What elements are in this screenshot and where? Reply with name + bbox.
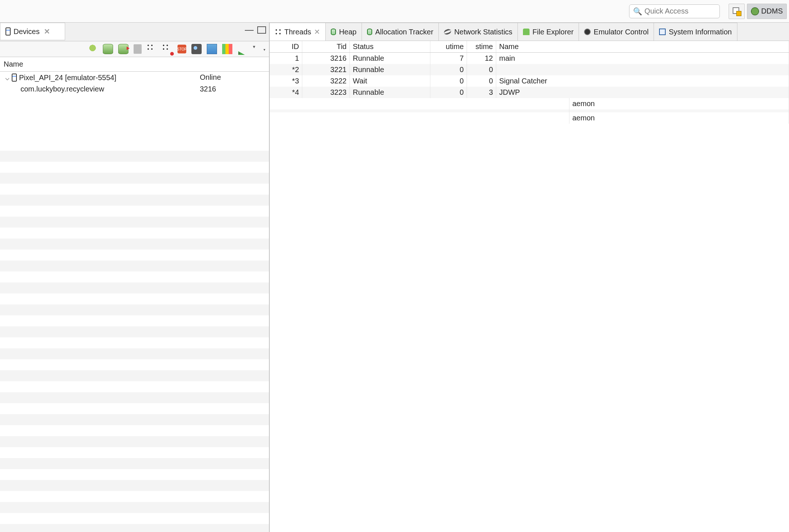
ddms-icon (751, 7, 759, 15)
view-menu-icon[interactable]: ▾ (253, 44, 263, 54)
process-row[interactable]: com.luckyboy.recycleview 3216 (0, 83, 269, 95)
quick-access-box[interactable]: 🔍 (629, 4, 720, 18)
debug-icon[interactable] (87, 44, 98, 54)
cell-name: main (496, 53, 789, 64)
tab-network-label: Network Statistics (454, 28, 512, 36)
col-id[interactable]: ID (269, 41, 302, 52)
cell-status: Runnable (350, 87, 430, 98)
tab-system-info[interactable]: System Information (654, 23, 737, 41)
blank-fill (0, 140, 269, 532)
close-icon[interactable]: ✕ (314, 27, 320, 36)
cell-status: Wait (350, 75, 430, 87)
thread-table: ID Tid Status utime stime Name 13216Runn… (269, 41, 789, 532)
tab-network[interactable]: Network Statistics (438, 23, 518, 41)
allocation-icon (367, 29, 372, 35)
device-row[interactable]: ⌵ Pixel_API_24 [emulator-5554] Online (0, 72, 269, 83)
tab-devices[interactable]: Devices ✕ (0, 23, 65, 40)
cell-status: Runnable (350, 53, 430, 64)
col-name[interactable]: Name (496, 41, 789, 52)
device-label: Pixel_API_24 [emulator-5554] (19, 74, 116, 82)
tab-sysinfo-label: System Information (669, 28, 732, 36)
close-icon[interactable]: ✕ (44, 27, 50, 36)
right-column: Threads ✕ Heap Allocation Tracker Networ… (269, 23, 789, 532)
tab-heap[interactable]: Heap (325, 23, 362, 41)
table-row[interactable] (269, 109, 789, 112)
search-icon: 🔍 (633, 7, 642, 16)
android-icon (523, 29, 530, 35)
cell-utime: 7 (430, 53, 467, 64)
cell-utime: 0 (430, 64, 467, 75)
quick-access-input[interactable] (644, 7, 716, 15)
window-icon (659, 29, 666, 35)
tab-heap-label: Heap (339, 28, 356, 36)
cell-stime: 3 (467, 87, 496, 98)
table-row[interactable]: *43223Runnable03JDWP (269, 87, 789, 98)
perspective-open-icon (733, 7, 741, 15)
device-status: Online (198, 73, 269, 82)
network-icon (443, 28, 452, 35)
cell-id: *4 (269, 87, 302, 98)
cell-utime: 0 (430, 87, 467, 98)
cell-stime: 0 (467, 75, 496, 87)
perspective-ddms[interactable]: DDMS (747, 4, 787, 19)
cell-utime: 0 (430, 75, 467, 87)
cause-gc-icon[interactable] (134, 44, 142, 54)
top-toolbar: 🔍 DDMS (0, 0, 789, 23)
phone-icon (5, 27, 11, 35)
cell-id: *2 (269, 64, 302, 75)
cell-name: aemon (569, 112, 789, 124)
maximize-icon[interactable] (257, 26, 266, 34)
heap-icon (331, 29, 336, 35)
dump-hprof-icon[interactable] (118, 44, 128, 54)
cell-name (496, 64, 789, 75)
chevron-down-icon[interactable]: ⌵ (5, 73, 10, 82)
table-row[interactable]: 13216Runnable712main (269, 53, 789, 64)
cell-id: 1 (269, 53, 302, 64)
table-row[interactable]: *33222Wait00Signal Catcher (269, 75, 789, 87)
stop-icon[interactable]: STOP (177, 45, 186, 53)
tab-allocation[interactable]: Allocation Tracker (362, 23, 439, 41)
vertical-splitter[interactable] (269, 23, 270, 532)
systrace-icon[interactable] (222, 44, 232, 54)
cell-stime: 0 (467, 64, 496, 75)
cell-name: aemon (569, 98, 789, 109)
update-threads-icon[interactable] (147, 44, 157, 54)
main-area: Devices ✕ STOP ▾ Name (0, 23, 789, 532)
update-heap-icon[interactable] (103, 44, 113, 54)
table-row[interactable]: aemon (269, 98, 789, 109)
devices-tabbar: Devices ✕ (0, 23, 269, 41)
phone-icon (12, 74, 17, 82)
minimize-icon[interactable] (245, 26, 254, 31)
perspective-ddms-label: DDMS (761, 7, 783, 15)
table-row[interactable]: *23221Runnable00 (269, 64, 789, 75)
process-label: com.luckyboy.recycleview (20, 85, 104, 93)
tab-file-explorer[interactable]: File Explorer (517, 23, 579, 41)
open-perspective-button[interactable] (729, 4, 745, 19)
view-controls (245, 26, 266, 34)
table-row[interactable]: aemon (269, 112, 789, 124)
col-stime[interactable]: stime (467, 41, 496, 52)
cell-id: *3 (269, 75, 302, 87)
col-utime[interactable]: utime (430, 41, 467, 52)
cell-name: Signal Catcher (496, 75, 789, 87)
cell-tid: 3222 (302, 75, 350, 87)
col-tid[interactable]: Tid (302, 41, 350, 52)
col-name[interactable]: Name (0, 57, 198, 71)
process-pid: 3216 (198, 85, 269, 93)
cell-name: JDWP (496, 87, 789, 98)
left-column: Devices ✕ STOP ▾ Name (0, 23, 269, 532)
col-status[interactable]: Status (350, 41, 430, 52)
tab-emulator[interactable]: Emulator Control (579, 23, 654, 41)
tab-threads[interactable]: Threads ✕ (269, 23, 326, 41)
cell-tid: 3216 (302, 53, 350, 64)
start-opengl-trace-icon[interactable] (238, 44, 248, 54)
cell-tid: 3221 (302, 64, 350, 75)
dump-view-icon[interactable] (207, 44, 217, 54)
col-status[interactable] (198, 57, 205, 71)
screen-capture-icon[interactable] (191, 44, 202, 54)
cell-stime: 12 (467, 53, 496, 64)
thread-table-header: ID Tid Status utime stime Name (269, 41, 789, 53)
tab-emulator-label: Emulator Control (594, 28, 648, 36)
right-tabbar: Threads ✕ Heap Allocation Tracker Networ… (269, 23, 789, 41)
start-method-profiling-icon[interactable] (162, 44, 172, 54)
